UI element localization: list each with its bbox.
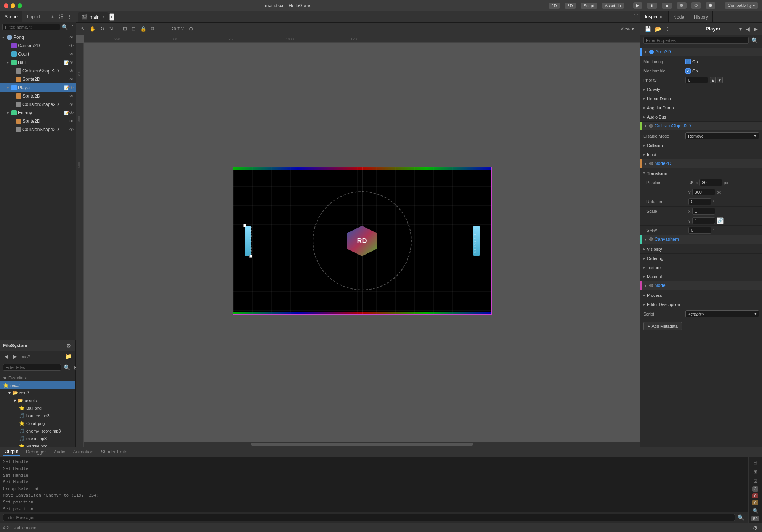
disable-mode-dropdown[interactable]: Remove ▾ bbox=[685, 132, 759, 139]
scene-filter-input[interactable] bbox=[2, 24, 60, 30]
output-tab-animation[interactable]: Animation bbox=[71, 449, 95, 455]
fs-folder-icon[interactable]: 📁 bbox=[64, 353, 72, 360]
compatibility-button[interactable]: Compatibility ▾ bbox=[725, 2, 758, 9]
ball-visibility-icon[interactable]: 👁 bbox=[69, 60, 74, 65]
camera2d-visibility-icon[interactable]: 👁 bbox=[69, 43, 74, 48]
snap-button[interactable]: ⊞ bbox=[121, 25, 128, 32]
fs-item-court-png[interactable]: ⭐ Court.png bbox=[0, 420, 75, 427]
output-expand-button[interactable]: ⊞ bbox=[751, 468, 760, 476]
prop-texture-group[interactable]: ▸ Texture bbox=[640, 263, 762, 272]
tree-item-court[interactable]: ▸ Court 👁 bbox=[0, 50, 76, 58]
prop-linear-damp[interactable]: ▸ Linear Damp bbox=[640, 94, 762, 103]
tree-item-coll-enemy[interactable]: ▸ CollisionShape2D 👁 bbox=[0, 125, 76, 134]
prop-input-group[interactable]: ▸ Input bbox=[640, 150, 762, 159]
script-button[interactable]: Script bbox=[581, 3, 597, 9]
prop-audio-bus[interactable]: ▸ Audio Bus bbox=[640, 112, 762, 122]
skew-input[interactable] bbox=[688, 227, 711, 234]
assetlib-button[interactable]: AssetLib bbox=[602, 3, 624, 9]
select-tool-button[interactable]: ↖ bbox=[79, 25, 87, 32]
tree-arrow-ball[interactable]: ▾ bbox=[7, 61, 11, 65]
fs-search-icon[interactable]: 🔍 bbox=[63, 364, 71, 371]
minimize-window-button[interactable] bbox=[11, 3, 15, 8]
inspector-save-icon[interactable]: 💾 bbox=[643, 25, 652, 33]
monitoring-checkbox[interactable]: ✓ On bbox=[685, 59, 698, 64]
close-tab-button[interactable]: ✕ bbox=[102, 15, 105, 19]
priority-input[interactable] bbox=[685, 77, 708, 83]
output-search-btn[interactable]: 🔍 bbox=[751, 507, 760, 514]
inspector-more-icon[interactable]: ⋮ bbox=[664, 25, 672, 33]
scale-link-icon[interactable]: 🔗 bbox=[717, 217, 724, 224]
grid-button[interactable]: ⊟ bbox=[130, 25, 137, 32]
inspector-folder-icon[interactable]: 📂 bbox=[654, 25, 663, 33]
scene-filter-options-icon[interactable]: ⋮ bbox=[69, 23, 77, 31]
court-visibility-icon[interactable]: 👁 bbox=[69, 52, 74, 56]
section-area2d[interactable]: ▾ Area2D bbox=[640, 48, 762, 56]
inspector-filter-search-icon[interactable]: 🔍 bbox=[750, 37, 759, 44]
scale-tool-button[interactable]: ⇲ bbox=[107, 25, 115, 32]
fs-item-music[interactable]: 🎵 music.mp3 bbox=[0, 435, 75, 442]
output-filter-icon[interactable]: ⊡ bbox=[751, 477, 760, 485]
prop-gravity[interactable]: ▸ Gravity bbox=[640, 85, 762, 94]
player-visibility-icon[interactable]: 👁 bbox=[69, 85, 74, 90]
instantiate-scene-button[interactable]: ⛓ bbox=[57, 13, 64, 21]
fs-item-assets[interactable]: ▾ 📂 assets bbox=[0, 397, 75, 404]
fs-forward-button[interactable]: ▶ bbox=[12, 353, 18, 360]
coll-player-visibility-icon[interactable]: 👁 bbox=[69, 102, 74, 107]
inspector-next-button[interactable]: ▶ bbox=[752, 25, 759, 33]
inspector-tab-history[interactable]: History bbox=[689, 11, 713, 22]
debug-button[interactable]: ⚙ bbox=[677, 2, 687, 9]
fullscreen-button[interactable]: ⛶ bbox=[633, 14, 638, 20]
sprite-player-visibility-icon[interactable]: 👁 bbox=[69, 94, 74, 98]
tree-arrow-pong[interactable]: ▾ bbox=[2, 35, 7, 40]
zoom-reset-button[interactable]: ⊕ bbox=[188, 25, 195, 32]
tree-item-collision-ball[interactable]: ▸ CollisionShape2D 👁 bbox=[0, 67, 76, 75]
rotation-input[interactable] bbox=[688, 198, 711, 205]
inspector-tab-inspector[interactable]: Inspector bbox=[640, 11, 669, 22]
rotate-tool-button[interactable]: ↻ bbox=[99, 25, 106, 32]
section-node[interactable]: ▾ Node bbox=[640, 281, 762, 290]
editor-tab-main[interactable]: 🎬 main ✕ bbox=[78, 12, 109, 22]
output-tab-output[interactable]: Output bbox=[3, 448, 20, 456]
output-collapse-button[interactable]: ⊟ bbox=[751, 458, 760, 466]
coll-ball-visibility-icon[interactable]: 👁 bbox=[69, 69, 74, 73]
fs-item-res-expanded[interactable]: ▾ 📂 res:// bbox=[0, 389, 75, 397]
enemy-visibility-icon[interactable]: 👁 bbox=[69, 111, 74, 115]
scene-options-button[interactable]: ⋮ bbox=[66, 13, 74, 21]
scale-x-input[interactable] bbox=[692, 208, 715, 215]
viewport-canvas[interactable]: 250 500 750 1000 1250 200 300 500 bbox=[76, 35, 640, 447]
play-button[interactable]: ▶ bbox=[633, 2, 642, 9]
prop-ordering-group[interactable]: ▸ Ordering bbox=[640, 254, 762, 263]
output-search-icon[interactable]: 🔍 bbox=[736, 514, 745, 521]
position-y-input[interactable] bbox=[692, 189, 715, 195]
filesystem-search-input[interactable] bbox=[3, 364, 61, 371]
fs-back-button[interactable]: ◀ bbox=[3, 353, 10, 360]
tree-item-player[interactable]: ▾ Player 📝 👁 bbox=[0, 83, 76, 92]
zoom-out-button[interactable]: − bbox=[162, 25, 168, 32]
position-reset-icon[interactable]: ↺ bbox=[688, 179, 694, 186]
fs-item-bounce-mp3[interactable]: 🎵 bounce.mp3 bbox=[0, 412, 75, 420]
status-settings-icon[interactable]: ⚙ bbox=[752, 524, 759, 532]
output-tab-shader-editor[interactable]: Shader Editor bbox=[99, 449, 130, 455]
inspector-filter-input[interactable] bbox=[643, 37, 749, 44]
group-button[interactable]: ⧉ bbox=[149, 25, 156, 33]
handle-tl[interactable] bbox=[243, 224, 246, 227]
maximize-window-button[interactable] bbox=[18, 3, 22, 8]
sprite-ball-visibility-icon[interactable]: 👁 bbox=[69, 77, 74, 82]
prop-material-group[interactable]: ▸ Material bbox=[640, 272, 762, 281]
sprite-enemy-visibility-icon[interactable]: 👁 bbox=[69, 119, 74, 123]
deploy-button[interactable]: ⬢ bbox=[706, 2, 715, 9]
prop-process-group[interactable]: ▸ Process bbox=[640, 291, 762, 300]
tree-item-enemy[interactable]: ▾ Enemy 📝 👁 bbox=[0, 109, 76, 117]
prop-transform-header[interactable]: ▸ Transform bbox=[640, 169, 762, 178]
position-x-input[interactable] bbox=[699, 179, 722, 186]
add-tab-button[interactable]: + bbox=[109, 13, 114, 21]
scene-tab[interactable]: Scene bbox=[0, 11, 22, 22]
tree-item-coll-player[interactable]: ▸ CollisionShape2D 👁 bbox=[0, 100, 76, 109]
lock-button[interactable]: 🔒 bbox=[139, 25, 148, 32]
tree-item-sprite-ball[interactable]: ▸ Sprite2D 👁 bbox=[0, 75, 76, 83]
2d-mode-button[interactable]: 2D bbox=[549, 3, 560, 9]
prop-visibility-group[interactable]: ▸ Visibility bbox=[640, 245, 762, 254]
prop-collision-group[interactable]: ▸ Collision bbox=[640, 141, 762, 150]
fs-item-ball-png[interactable]: ⭐ Ball.png bbox=[0, 404, 75, 412]
add-node-button[interactable]: + bbox=[50, 13, 55, 21]
